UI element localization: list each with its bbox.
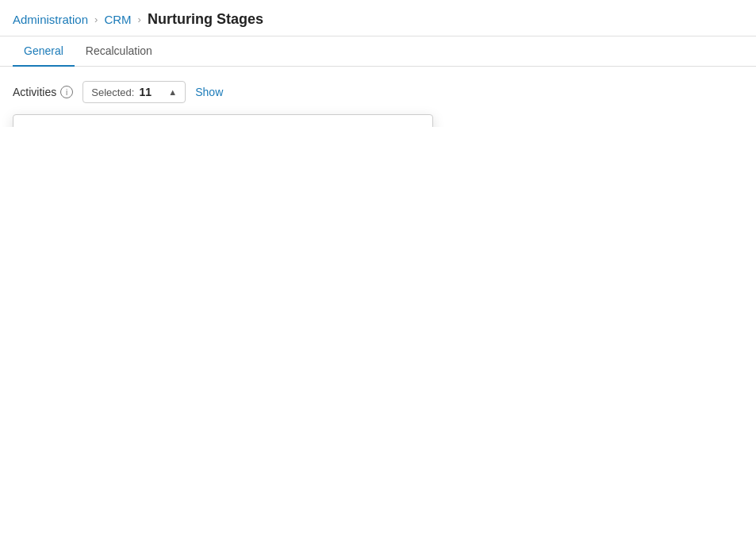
show-link[interactable]: Show [195,86,223,98]
selected-label: Selected: [91,86,134,98]
info-icon[interactable]: i [60,86,73,98]
tab-recalculation[interactable]: Recalculation [75,36,163,67]
activities-label: Activities i [13,86,73,98]
select-all-label[interactable]: Select all [44,126,90,127]
header: Administration › CRM › Nurturing Stages [0,0,756,36]
chevron-icon: ▲ [168,87,177,97]
selected-count: 11 [139,86,152,98]
breadcrumb-sep-2: › [138,13,141,25]
breadcrumb-current: Nurturing Stages [148,11,263,28]
panel-header: Select all Reset Selection [13,115,432,127]
breadcrumb-admin[interactable]: Administration [13,13,88,26]
breadcrumb-sep-1: › [94,13,98,25]
activities-dropdown[interactable]: Selected: 11 ▲ [83,81,186,103]
activities-row: Activities i Selected: 11 ▲ Show [13,81,743,103]
activities-dropdown-panel: Select all Reset Selection My tasksThe "… [13,114,433,127]
content-area: Activities i Selected: 11 ▲ Show Select … [0,67,756,127]
tabs-container: General Recalculation [0,36,756,67]
select-all-row: Select all [28,126,90,127]
activities-text: Activities [13,86,56,98]
reset-selection-link[interactable]: Reset Selection [346,127,418,128]
tab-general[interactable]: General [13,36,75,67]
breadcrumb-crm[interactable]: CRM [104,13,131,26]
breadcrumb: Administration › CRM › Nurturing Stages [13,11,743,28]
